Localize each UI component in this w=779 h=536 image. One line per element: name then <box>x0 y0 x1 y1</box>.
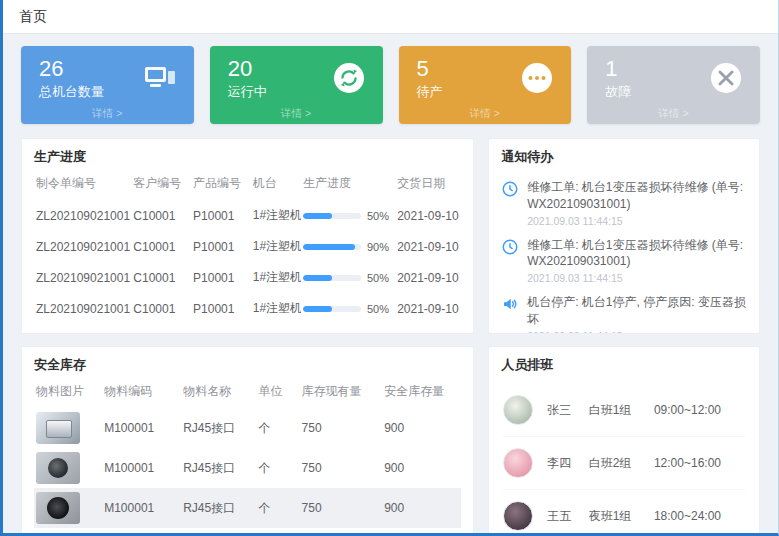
dots-icon <box>519 60 555 96</box>
progress-cell: 50% <box>301 296 395 322</box>
stat-detail-link[interactable]: 详情 > <box>587 107 760 121</box>
notice-text: 机台停产: 机台1停产, 停产原因: 变压器损坏 <box>527 294 747 328</box>
notice-item[interactable]: 维修工单: 机台1变压器损坏待维修 (单号: WX202109031001) 2… <box>501 232 747 290</box>
progress-bar <box>303 275 361 281</box>
avatar <box>503 448 533 478</box>
tools-icon <box>708 60 744 96</box>
list-item: 张三 白班1组 09:00~12:00 <box>503 384 745 437</box>
notice-time: 2021.09.03 11:44:15 <box>527 215 747 227</box>
clock-icon <box>501 238 519 256</box>
stat-detail-link[interactable]: 详情 > <box>210 107 383 121</box>
table-row[interactable]: ZL202109021001 C10001 P10001 1#注塑机 50% 2… <box>34 324 461 334</box>
material-image <box>36 492 80 524</box>
stat-detail-link[interactable]: 详情 > <box>21 107 194 121</box>
notice-time: 2021.09.03 11:44:15 <box>527 272 747 284</box>
person-name: 王五 <box>547 508 589 525</box>
panel-title: 生产进度 <box>22 139 473 172</box>
clock-icon <box>501 180 519 198</box>
table-row[interactable]: ZL202109021001 C10001 P10001 1#注塑机 90% 2… <box>34 231 461 262</box>
schedule-list: 张三 白班1组 09:00~12:00 李四 白班2组 12:00~16:00 … <box>489 380 759 534</box>
shift-label: 白班2组 <box>589 455 654 472</box>
notice-time: 2021.09.03 11:44:15 <box>527 330 747 334</box>
notice-text: 维修工单: 机台1变压器损坏待维修 (单号: WX202109031001) <box>527 237 747 271</box>
production-table: 制令单编号 客户编号 产品编号 机台 生产进度 交货日期 ZL202109021… <box>22 172 473 334</box>
shift-time: 12:00~16:00 <box>654 456 745 470</box>
main-grid: 生产进度 制令单编号 客户编号 产品编号 机台 生产进度 交货日期 ZL2021… <box>21 138 760 534</box>
shift-label: 白班1组 <box>589 402 654 419</box>
person-name: 李四 <box>547 455 589 472</box>
stat-detail-link[interactable]: 详情 > <box>399 107 572 121</box>
notices-list: 维修工单: 机台1变压器损坏待维修 (单号: WX202109031001) 2… <box>489 172 759 334</box>
top-bar: 首页 <box>3 0 778 34</box>
shift-label: 夜班1组 <box>589 508 654 525</box>
panel-title: 人员排班 <box>489 347 759 380</box>
machine-icon <box>142 60 178 96</box>
person-name: 张三 <box>547 402 589 419</box>
stat-cards: 26 总机台数量 详情 > 20 运行中 <box>21 46 760 124</box>
running-icon <box>331 60 367 96</box>
list-item: 王五 夜班1组 18:00~24:00 <box>503 490 745 534</box>
progress-cell: 50% <box>301 327 395 335</box>
progress-bar <box>303 244 361 250</box>
avatar <box>503 395 533 425</box>
inventory-table: 物料图片 物料编码 物料名称 单位 库存现有量 安全库存量 M100001 RJ… <box>22 380 473 528</box>
table-header-row: 制令单编号 客户编号 产品编号 机台 生产进度 交货日期 <box>34 172 461 200</box>
table-header-row: 物料图片 物料编码 物料名称 单位 库存现有量 安全库存量 <box>34 380 461 408</box>
table-row[interactable]: ZL202109021001 C10001 P10001 1#注塑机 50% 2… <box>34 200 461 231</box>
progress-cell: 50% <box>301 203 395 229</box>
shift-time: 09:00~12:00 <box>654 403 745 417</box>
material-image <box>36 452 80 484</box>
table-row[interactable]: M100001 RJ45接口 个 750 900 <box>34 488 461 528</box>
table-row[interactable]: M100001 RJ45接口 个 750 900 <box>34 448 461 488</box>
notices-panel: 通知待办 维修工单: 机台1变压器损坏待维修 (单号: WX2021090310… <box>488 138 760 334</box>
schedule-panel: 人员排班 张三 白班1组 09:00~12:00 李四 白班2组 12:00~1… <box>488 346 760 534</box>
list-item: 李四 白班2组 12:00~16:00 <box>503 437 745 490</box>
panel-title: 通知待办 <box>489 139 759 172</box>
production-panel: 生产进度 制令单编号 客户编号 产品编号 机台 生产进度 交货日期 ZL2021… <box>21 138 474 334</box>
table-row[interactable]: M100001 RJ45接口 个 750 900 <box>34 408 461 448</box>
shift-time: 18:00~24:00 <box>654 509 745 523</box>
avatar <box>503 501 533 531</box>
notice-text: 维修工单: 机台1变压器损坏待维修 (单号: WX202109031001) <box>527 179 747 213</box>
inventory-panel: 安全库存 物料图片 物料编码 物料名称 单位 库存现有量 安全库存量 M1000… <box>21 346 474 534</box>
table-row[interactable]: ZL202109021001 C10001 P10001 1#注塑机 50% 2… <box>34 293 461 324</box>
progress-cell: 90% <box>301 234 395 260</box>
table-row[interactable]: ZL202109021001 C10001 P10001 1#注塑机 50% 2… <box>34 262 461 293</box>
stat-card-fault[interactable]: 1 故障 详情 > <box>587 46 760 124</box>
notice-item[interactable]: 维修工单: 机台1变压器损坏待维修 (单号: WX202109031001) 2… <box>501 174 747 232</box>
progress-bar <box>303 213 361 219</box>
speaker-icon <box>501 295 519 313</box>
progress-cell: 50% <box>301 265 395 291</box>
stat-card-running[interactable]: 20 运行中 详情 > <box>210 46 383 124</box>
tab-home[interactable]: 首页 <box>19 8 47 26</box>
progress-bar <box>303 306 361 312</box>
stat-card-total-machines[interactable]: 26 总机台数量 详情 > <box>21 46 194 124</box>
panel-title: 安全库存 <box>22 347 473 380</box>
stat-card-pending[interactable]: 5 待产 详情 > <box>399 46 572 124</box>
material-image <box>36 412 80 444</box>
dashboard-page: 首页 26 总机台数量 详情 > 20 运行中 <box>0 0 779 536</box>
notice-item[interactable]: 机台停产: 机台1停产, 停产原因: 变压器损坏 2021.09.03 11:4… <box>501 289 747 334</box>
